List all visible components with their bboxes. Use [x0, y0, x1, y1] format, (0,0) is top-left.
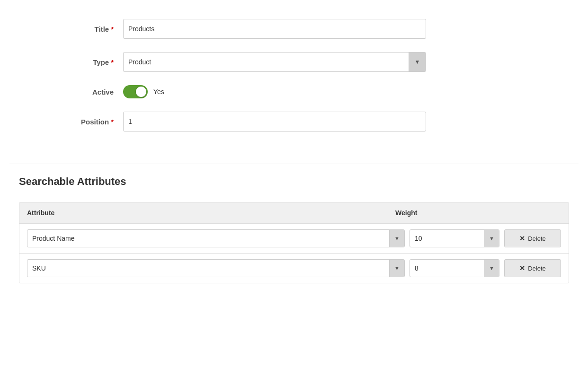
delete-button-2[interactable]: ✕ Delete — [504, 259, 561, 277]
weight-select-1-value: 10 — [410, 229, 484, 247]
chevron-down-icon: ▼ — [415, 59, 420, 65]
searchable-attributes-title: Searchable Attributes — [19, 175, 569, 188]
attribute-select-1[interactable]: Product Name ▼ — [27, 229, 405, 247]
attribute-select-1-value: Product Name — [27, 229, 389, 247]
col-header-attribute: Attribute — [27, 209, 395, 217]
position-input[interactable] — [123, 112, 426, 131]
active-label: Active — [19, 88, 123, 96]
active-toggle-state-label: Yes — [153, 88, 164, 96]
attribute-select-2-value: SKU — [27, 259, 389, 277]
table-row: Product Name ▼ 10 ▼ ✕ Delete — [19, 223, 569, 253]
section-divider — [9, 164, 579, 164]
position-row: Position* — [19, 112, 569, 131]
active-toggle[interactable] — [123, 85, 148, 98]
weight-select-2[interactable]: 8 ▼ — [410, 259, 499, 277]
weight-select-2-dropdown-button[interactable]: ▼ — [484, 259, 499, 277]
type-select[interactable]: Product ▼ — [123, 52, 426, 72]
attribute-select-1-dropdown-button[interactable]: ▼ — [389, 229, 404, 247]
delete-x-icon: ✕ — [519, 235, 525, 242]
weight-select-1[interactable]: 10 ▼ — [410, 229, 499, 247]
title-required-star: * — [111, 25, 114, 33]
chevron-down-icon: ▼ — [489, 236, 494, 241]
delete-label-2: Delete — [528, 265, 546, 272]
attribute-select-2-dropdown-button[interactable]: ▼ — [389, 259, 404, 277]
delete-label-1: Delete — [528, 235, 546, 242]
chevron-down-icon: ▼ — [489, 265, 494, 271]
table-header: Attribute Weight — [19, 202, 569, 223]
attributes-table: Attribute Weight Product Name ▼ 10 ▼ — [19, 202, 569, 283]
delete-x-icon: ✕ — [519, 264, 525, 272]
attribute-select-2[interactable]: SKU ▼ — [27, 259, 405, 277]
page-container: Title* Type* Product ▼ Active — [0, 0, 588, 298]
col-header-weight: Weight — [395, 209, 499, 217]
type-dropdown-button[interactable]: ▼ — [409, 52, 426, 72]
delete-button-1[interactable]: ✕ Delete — [504, 229, 561, 247]
toggle-knob — [136, 87, 146, 97]
type-required-star: * — [111, 58, 114, 66]
weight-select-1-dropdown-button[interactable]: ▼ — [484, 229, 499, 247]
chevron-down-icon: ▼ — [394, 265, 400, 271]
position-label: Position* — [19, 118, 123, 126]
type-label: Type* — [19, 58, 123, 66]
title-input[interactable] — [123, 19, 426, 39]
position-required-star: * — [111, 118, 114, 126]
title-label: Title* — [19, 25, 123, 33]
active-toggle-wrapper: Yes — [123, 85, 164, 98]
title-row: Title* — [19, 19, 569, 39]
active-row: Active Yes — [19, 85, 569, 98]
weight-select-2-value: 8 — [410, 259, 484, 277]
type-row: Type* Product ▼ — [19, 52, 569, 72]
type-select-value: Product — [124, 52, 409, 72]
form-section: Title* Type* Product ▼ Active — [9, 14, 579, 159]
searchable-attributes-section: Searchable Attributes Attribute Weight P… — [9, 175, 579, 283]
table-row: SKU ▼ 8 ▼ ✕ Delete — [19, 253, 569, 283]
chevron-down-icon: ▼ — [394, 236, 400, 241]
